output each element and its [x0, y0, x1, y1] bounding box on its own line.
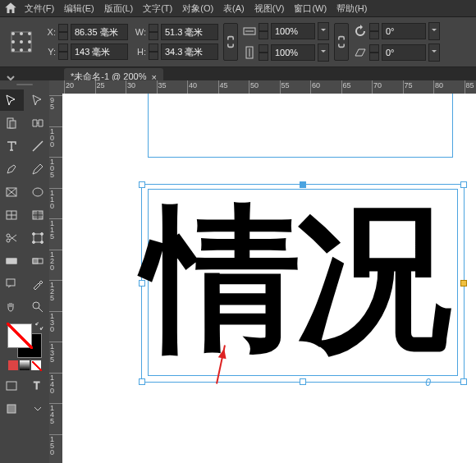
svg-rect-25: [7, 259, 16, 264]
pencil-tool[interactable]: [25, 158, 50, 180]
menu-object[interactable]: 对象(O): [179, 2, 217, 15]
menu-window[interactable]: 窗口(W): [291, 2, 330, 15]
rot-stepper[interactable]: [369, 23, 379, 39]
constrain-wh-icon[interactable]: [223, 23, 238, 61]
menu-layout[interactable]: 版面(L): [101, 2, 136, 15]
constrain-scale-icon[interactable]: [334, 23, 349, 61]
type-tool[interactable]: [0, 135, 24, 157]
preview-mode-icon[interactable]: [0, 398, 24, 419]
x-stepper[interactable]: [58, 24, 68, 40]
formatting-container-icon[interactable]: [0, 375, 24, 397]
menu-edit[interactable]: 编辑(E): [61, 2, 98, 15]
horizontal-ruler: 2025303540455055606570758085: [62, 80, 476, 94]
hand-tool[interactable]: [0, 296, 24, 318]
menu-help[interactable]: 帮助(H): [333, 2, 370, 15]
line-tool[interactable]: [25, 135, 50, 157]
zoom-tool[interactable]: [25, 296, 50, 318]
svg-point-5: [20, 40, 23, 44]
vertical-ruler: 9510010511011512012513013514014515015516…: [49, 80, 63, 463]
preview-drop[interactable]: [25, 398, 50, 419]
pen-tool[interactable]: [0, 158, 24, 180]
svg-point-23: [33, 241, 35, 244]
text-content: 情况: [144, 176, 446, 386]
selection-tool[interactable]: [0, 89, 24, 111]
h-stepper[interactable]: [149, 44, 158, 60]
rotate-input[interactable]: 0°: [382, 23, 426, 39]
home-icon[interactable]: [3, 1, 18, 16]
ellipse-tool[interactable]: [25, 181, 50, 203]
gradient-tool[interactable]: [0, 250, 24, 272]
shear-input[interactable]: 0°: [382, 44, 426, 61]
sy-stepper[interactable]: [259, 44, 268, 61]
toolbox: T: [0, 80, 50, 463]
scale-x-icon: [243, 25, 256, 38]
svg-point-22: [41, 233, 43, 236]
free-transform-tool[interactable]: [25, 227, 50, 249]
y-input[interactable]: 143 毫米: [71, 44, 128, 60]
menu-bar: 文件(F) 编辑(E) 版面(L) 文字(T) 对象(O) 表(A) 视图(V)…: [0, 0, 476, 17]
svg-point-7: [11, 48, 15, 52]
w-input[interactable]: 51.3 毫米: [161, 24, 218, 40]
rotate-icon: [354, 25, 367, 38]
apply-color-icon[interactable]: [8, 360, 18, 370]
menu-view[interactable]: 视图(V): [251, 2, 288, 15]
svg-point-4: [11, 40, 15, 44]
svg-point-3: [28, 32, 31, 35]
grid-tool-2[interactable]: [25, 204, 50, 226]
page-tool[interactable]: [0, 112, 24, 134]
rotate-drop[interactable]: [428, 22, 440, 40]
shear-drop[interactable]: [428, 44, 440, 62]
scale-y-drop[interactable]: [318, 44, 329, 62]
menu-table[interactable]: 表(A): [220, 2, 248, 15]
note-tool[interactable]: [0, 273, 24, 295]
eyedropper-tool[interactable]: [25, 273, 50, 295]
canvas[interactable]: 0 情况: [62, 94, 476, 463]
svg-rect-20: [34, 234, 42, 242]
svg-point-19: [7, 239, 10, 242]
formatting-text-icon[interactable]: T: [25, 375, 50, 397]
control-bar: X:86.35 毫米 Y:143 毫米 W:51.3 毫米 H:34.3 毫米 …: [0, 17, 476, 67]
menu-file[interactable]: 文件(F): [21, 2, 57, 15]
svg-point-2: [20, 32, 23, 35]
rectangle-frame-tool[interactable]: [0, 181, 24, 203]
svg-text:T: T: [34, 380, 40, 392]
x-input[interactable]: 86.35 毫米: [71, 24, 128, 40]
shear-icon: [354, 46, 367, 59]
frame-outline[interactable]: [148, 94, 453, 158]
menu-type[interactable]: 文字(T): [140, 2, 176, 15]
svg-rect-29: [7, 279, 15, 286]
svg-point-18: [7, 234, 10, 237]
grid-tool[interactable]: [0, 204, 24, 226]
y-stepper[interactable]: [58, 44, 68, 60]
y-label: Y:: [43, 47, 56, 57]
swap-colors-icon[interactable]: [35, 322, 43, 330]
w-stepper[interactable]: [149, 24, 158, 40]
sx-stepper[interactable]: [259, 23, 268, 39]
svg-point-9: [28, 48, 31, 52]
svg-point-8: [20, 48, 23, 52]
scale-y-input[interactable]: 100%: [271, 44, 315, 61]
scale-x-input[interactable]: 100%: [271, 23, 315, 39]
fill-stroke-swatch[interactable]: [7, 323, 42, 358]
scale-x-drop[interactable]: [318, 22, 329, 40]
direct-selection-tool[interactable]: [25, 89, 50, 111]
reference-point[interactable]: [10, 30, 33, 53]
gradient-feather-tool[interactable]: [25, 250, 50, 272]
fill-swatch[interactable]: [7, 323, 32, 348]
h-input[interactable]: 34.3 毫米: [161, 44, 218, 60]
gap-tool[interactable]: [25, 112, 50, 134]
svg-point-30: [33, 302, 39, 309]
svg-point-15: [33, 188, 43, 196]
apply-gradient-icon[interactable]: [20, 360, 30, 370]
svg-rect-28: [33, 259, 38, 264]
w-label: W:: [133, 27, 146, 37]
svg-point-24: [41, 241, 43, 244]
svg-rect-33: [7, 405, 16, 413]
h-label: H:: [133, 47, 146, 57]
apply-none-icon[interactable]: [31, 360, 41, 370]
svg-point-1: [11, 32, 15, 35]
scissors-tool[interactable]: [0, 227, 24, 249]
shear-stepper[interactable]: [369, 44, 379, 61]
svg-rect-13: [10, 121, 16, 128]
svg-point-21: [33, 233, 35, 236]
